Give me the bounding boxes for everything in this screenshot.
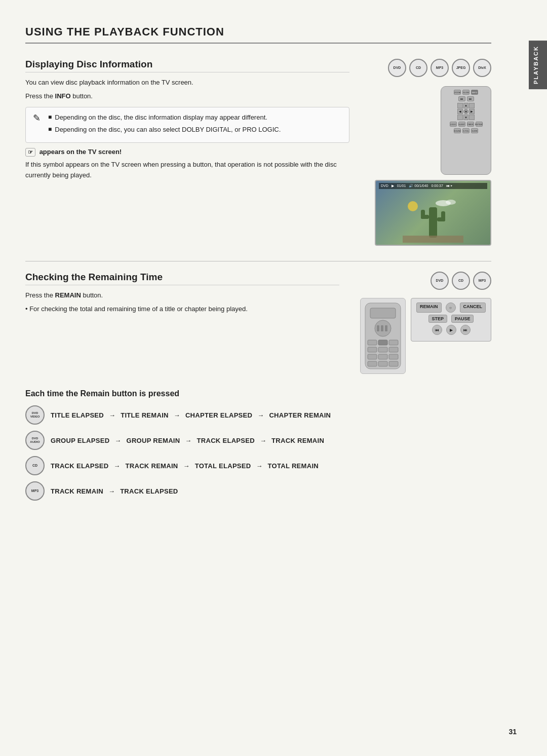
remain-panel-row2: STEP PAUSE	[416, 315, 486, 323]
r-dpad-empty4	[469, 115, 475, 120]
flow-text-dvd-audio: GROUP ELAPSED → GROUP REMAIN → TRACK ELA…	[51, 437, 324, 444]
disc-icon-jpeg: JPEG	[452, 59, 470, 77]
press-bold: INFO	[55, 92, 71, 100]
check-disc-dvd: DVD	[431, 272, 449, 290]
r-btn-rewind: ⏮	[458, 96, 465, 101]
svg-rect-16	[368, 340, 377, 345]
svg-rect-14	[381, 325, 383, 331]
r-btn-sound: SOUND	[454, 128, 461, 133]
note-text-2: Depending on the disc, you can also sele…	[55, 125, 281, 135]
svg-rect-15	[385, 325, 387, 331]
appears-heading: ☞ appears on the TV screen!	[25, 148, 349, 157]
tv-status-disc2: 🔊 00/1/040	[409, 184, 428, 188]
remain-press-end: button.	[81, 291, 103, 299]
check-disc-mp3: MP3	[473, 272, 491, 290]
tv-status-dvd: DVD	[381, 184, 388, 188]
svg-rect-11	[370, 308, 396, 318]
section2-bullet-text: For checking the total and remaining tim…	[29, 305, 248, 313]
r-dpad-left: ◀	[457, 109, 463, 115]
disc-icons-row: DVD CD MP3 JPEG DivX	[388, 59, 491, 77]
r-dpad-center: ●	[463, 109, 469, 115]
remain-remote-svg	[363, 300, 403, 371]
note-icon: ✎	[33, 112, 43, 138]
section1-title: Displaying Disc Information	[25, 59, 349, 72]
flow-disc-mp3: MP3	[25, 481, 45, 501]
disc-info-left: Displaying Disc Information You can view…	[25, 59, 349, 246]
note-item-1: ■ Depending on the disc, the disc inform…	[48, 112, 281, 123]
svg-rect-19	[368, 347, 377, 352]
remain-left: Checking the Remaining Time Press the RE…	[25, 272, 339, 374]
section1-press: Press the INFO button.	[25, 91, 349, 102]
svg-rect-3	[421, 210, 425, 219]
disc-info-right: DVD CD MP3 JPEG DivX ZOOM SLOW INFO ⏮ ⏭	[360, 59, 491, 246]
r-btn-stol: S.TOL	[462, 128, 470, 133]
flow-text-dvd-video: TITLE ELAPSED → TITLE REMAIN → CHAPTER E…	[51, 411, 331, 419]
pause-btn: PAUSE	[451, 315, 474, 323]
section-divider	[25, 261, 491, 261]
press-text: Press the	[25, 92, 55, 100]
section1-body: You can view disc playback information o…	[25, 78, 349, 88]
tv-status-time: 0:00:37	[432, 184, 443, 188]
main-content: USING THE PLAYBACK FUNCTION Displaying D…	[25, 0, 517, 501]
r-dpad-empty2	[469, 103, 475, 108]
r-dpad-empty1	[457, 103, 463, 108]
page-title: USING THE PLAYBACK FUNCTION	[25, 25, 491, 39]
section2-press: Press the REMAIN button.	[25, 290, 339, 301]
note-text-1: Depending on the disc, the disc informat…	[55, 112, 267, 123]
remain-remote-container: REMAIN ○ CANCEL STEP PAUSE ⏮ ▶ ⏭	[360, 298, 491, 374]
flow-disc-dvd-audio: DVDAUDIO	[25, 431, 45, 450]
section-disc-info: Displaying Disc Information You can view…	[25, 59, 491, 246]
remain-btn-circle1: ○	[446, 303, 456, 313]
disc-icon-mp3: MP3	[431, 59, 449, 77]
svg-point-9	[446, 200, 456, 205]
svg-rect-18	[389, 340, 398, 345]
rew-btn: ⏮	[432, 325, 442, 335]
disc-icon-cd: CD	[409, 59, 427, 77]
r-btn-timer: TIMER	[467, 122, 474, 127]
svg-rect-22	[368, 354, 377, 359]
step-btn: STEP	[428, 315, 448, 323]
flow-row-mp3: MP3 TRACK REMAIN → TRACK ELAPSED	[25, 481, 491, 501]
svg-rect-27	[389, 361, 398, 366]
section2-title: Checking the Remaining Time	[25, 272, 339, 285]
remain-press-bold: REMAIN	[55, 291, 81, 299]
svg-rect-5	[441, 211, 445, 221]
r-dpad-up: ▲	[463, 103, 469, 108]
flow-text-cd: TRACK ELAPSED → TRACK REMAIN → TOTAL ELA…	[51, 462, 319, 470]
r-btn-info: INFO	[471, 90, 478, 95]
press-end: button.	[71, 92, 93, 100]
appears-body: If this symbol appears on the TV screen …	[25, 160, 349, 181]
svg-rect-26	[378, 361, 387, 366]
section-remain: Checking the Remaining Time Press the RE…	[25, 272, 491, 374]
play-btn: ▶	[446, 325, 456, 335]
r-btn-repeat: REPEAT	[476, 122, 483, 127]
r-btn-logo: LOGO	[450, 122, 457, 127]
note-item-2: ■ Depending on the disc, you can also se…	[48, 125, 281, 135]
section2-bullet: • For checking the total and remaining t…	[25, 304, 339, 315]
r-dpad: ▲ ◀ ● ▶ ▼	[457, 103, 475, 120]
note-content: ■ Depending on the disc, the disc inform…	[48, 112, 281, 138]
r-dpad-right: ▶	[469, 109, 475, 115]
svg-rect-24	[389, 354, 398, 359]
r-btn-surr: SURR	[471, 128, 478, 133]
flow-row-cd: CD TRACK ELAPSED → TRACK REMAIN → TOTAL …	[25, 456, 491, 475]
remain-right: DVD CD MP3	[349, 272, 491, 374]
tv-screen-image: DVD ▶ 01/01 🔊 00/1/040 0:00:37 ⏮ ▶	[375, 180, 491, 246]
disc-icon-dvd: DVD	[388, 59, 406, 77]
remain-panel-row1: REMAIN ○ CANCEL	[416, 303, 486, 313]
appears-hand-icon: ☞	[25, 148, 35, 157]
flow-disc-cd: CD	[25, 456, 45, 475]
side-tab: PLAYBACK ENG	[529, 41, 547, 89]
svg-rect-25	[368, 361, 377, 366]
tv-status-bar: DVD ▶ 01/01 🔊 00/1/040 0:00:37 ⏮ ▶	[379, 183, 487, 189]
remain-remote-small	[360, 298, 406, 374]
svg-rect-6	[403, 236, 463, 243]
svg-rect-13	[377, 325, 379, 331]
remain-btn: REMAIN	[416, 303, 442, 313]
section-each-time: Each time the Remain button is pressed D…	[25, 389, 491, 501]
remain-panel-row3: ⏮ ▶ ⏭	[416, 325, 486, 335]
r-btn-insert: ⏭	[467, 96, 474, 101]
svg-point-7	[408, 201, 418, 211]
flow-row-dvd-audio: DVDAUDIO GROUP ELAPSED → GROUP REMAIN → …	[25, 431, 491, 450]
r-btn-sleep: SLEEP	[458, 122, 465, 127]
